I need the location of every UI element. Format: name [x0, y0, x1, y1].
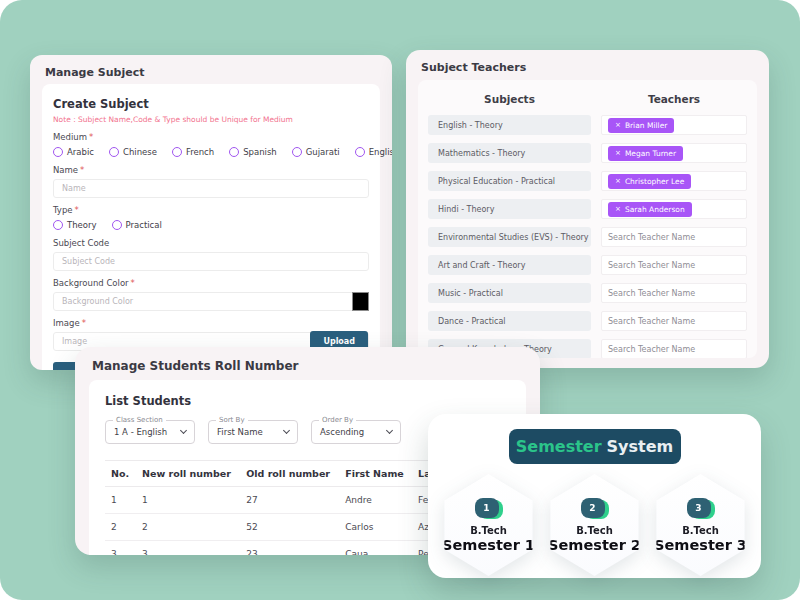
class-section-label: Class Section: [113, 416, 166, 424]
background-color-label: Background Color*: [53, 278, 369, 288]
col-old-roll: Old roll number: [240, 461, 339, 487]
list-students-heading: List Students: [105, 394, 510, 408]
col-no: No.: [105, 461, 136, 487]
sort-by-select[interactable]: Sort By First Name: [208, 420, 298, 444]
radio-medium-english[interactable]: English: [355, 147, 392, 157]
subject-teachers-panel: Subject Teachers Subjects Teachers Engli…: [406, 50, 769, 368]
semester-hex-row: 1 B.Tech Semester 1 2 B.Tech Semester 2 …: [428, 474, 761, 576]
subject-teacher-row: Physical Education - Practical ×Christop…: [428, 171, 747, 191]
subject-teacher-row: Hindi - Theory ×Sarah Anderson: [428, 199, 747, 219]
class-section-select[interactable]: Class Section 1 A - English: [105, 420, 195, 444]
background-color-field[interactable]: [62, 297, 360, 306]
radio-icon[interactable]: [229, 147, 239, 157]
teacher-cell: [601, 339, 747, 358]
close-icon[interactable]: ×: [615, 178, 621, 185]
subject-cell: Dance - Practical: [428, 311, 591, 331]
semester-1-card[interactable]: 1 B.Tech Semester 1: [440, 474, 538, 576]
radio-icon[interactable]: [53, 147, 63, 157]
image-field[interactable]: [62, 337, 310, 346]
teacher-tag[interactable]: ×Christopher Lee: [608, 174, 691, 189]
semester-2-card[interactable]: 2 B.Tech Semester 2: [546, 474, 644, 576]
subject-cell: Music - Practical: [428, 283, 591, 303]
teacher-search-input[interactable]: [608, 289, 740, 298]
manage-students-title: Manage Students Roll Number: [75, 347, 540, 380]
teacher-cell[interactable]: ×Megan Turner: [601, 143, 747, 163]
subject-cell: Mathematics - Theory: [428, 143, 591, 163]
background-color-field-wrap: [53, 292, 369, 311]
required-mark: *: [82, 318, 86, 328]
radio-type-theory[interactable]: Theory: [53, 220, 97, 230]
semester-number-badge: 1: [475, 498, 503, 519]
teacher-cell[interactable]: ×Brian Miller: [601, 115, 747, 135]
radio-icon[interactable]: [112, 220, 122, 230]
class-section-value: 1 A - English: [114, 427, 167, 437]
subject-code-field[interactable]: [62, 257, 360, 266]
semester-3-card[interactable]: 3 B.Tech Semester 3: [652, 474, 750, 576]
semester-number-badge: 2: [581, 498, 609, 519]
teacher-cell[interactable]: ×Sarah Anderson: [601, 199, 747, 219]
subject-teacher-row: Dance - Practical: [428, 311, 747, 331]
subject-teacher-row: Environmental Studies (EVS) - Theory: [428, 227, 747, 247]
teacher-tag[interactable]: ×Megan Turner: [608, 146, 683, 161]
col-new-roll: New roll number: [136, 461, 240, 487]
manage-subject-panel: Manage Subject Create Subject Note : Sub…: [30, 55, 392, 370]
teacher-tag[interactable]: ×Brian Miller: [608, 118, 674, 133]
radio-medium-spanish[interactable]: Spanish: [229, 147, 277, 157]
radio-icon[interactable]: [355, 147, 365, 157]
subject-teachers-title: Subject Teachers: [406, 50, 769, 81]
teacher-search-input[interactable]: [608, 317, 740, 326]
teacher-cell: [601, 255, 747, 275]
radio-icon[interactable]: [172, 147, 182, 157]
subject-teacher-row: Art and Craft - Theory: [428, 255, 747, 275]
subject-teachers-header: Subjects Teachers: [428, 86, 747, 115]
name-field[interactable]: [62, 184, 360, 193]
teacher-search-input[interactable]: [608, 345, 740, 354]
program-label: B.Tech: [682, 525, 719, 536]
close-icon[interactable]: ×: [615, 122, 621, 129]
create-subject-heading: Create Subject: [53, 97, 369, 111]
name-label: Name*: [53, 165, 369, 175]
program-label: B.Tech: [470, 525, 507, 536]
order-by-select[interactable]: Order By Ascending: [311, 420, 401, 444]
close-icon[interactable]: ×: [615, 150, 621, 157]
semester-system-card: Semester System 1 B.Tech Semester 1 2 B.…: [428, 414, 761, 578]
subject-code-field-wrap: [53, 252, 369, 271]
medium-label: Medium*: [53, 132, 369, 142]
image-label: Image*: [53, 318, 369, 328]
subject-cell: English - Theory: [428, 115, 591, 135]
chevron-down-icon: [386, 427, 393, 434]
type-label: Type*: [53, 205, 369, 215]
order-by-label: Order By: [319, 416, 356, 424]
radio-medium-chinese[interactable]: Chinese: [109, 147, 157, 157]
order-by-value: Ascending: [320, 427, 364, 437]
required-mark: *: [89, 132, 93, 142]
semester-system-heading: Semester System: [509, 429, 681, 464]
teacher-search-input[interactable]: [608, 233, 740, 242]
semester-label: Semester 1: [442, 537, 535, 553]
close-icon[interactable]: ×: [615, 206, 621, 213]
radio-medium-arabic[interactable]: Arabic: [53, 147, 94, 157]
canvas-background: Manage Subject Create Subject Note : Sub…: [0, 0, 800, 600]
teacher-tag[interactable]: ×Sarah Anderson: [608, 202, 692, 217]
chevron-down-icon: [180, 427, 187, 434]
sort-by-value: First Name: [217, 427, 263, 437]
radio-medium-gujarati[interactable]: Gujarati: [292, 147, 340, 157]
radio-icon[interactable]: [53, 220, 63, 230]
required-mark: *: [131, 278, 135, 288]
radio-type-practical[interactable]: Practical: [112, 220, 162, 230]
subject-teacher-row: Mathematics - Theory ×Megan Turner: [428, 143, 747, 163]
teacher-cell[interactable]: ×Christopher Lee: [601, 171, 747, 191]
color-swatch[interactable]: [352, 292, 369, 311]
manage-subject-title: Manage Subject: [30, 55, 392, 86]
radio-icon[interactable]: [109, 147, 119, 157]
subject-teachers-card: Subjects Teachers English - Theory ×Bria…: [418, 80, 757, 358]
unique-note: Note : Subject Name,Code & Type should b…: [53, 115, 369, 124]
radio-icon[interactable]: [292, 147, 302, 157]
semester-accent-text: Semester: [516, 437, 602, 456]
medium-radio-group: Arabic Chinese French Spanish Gujarati E…: [53, 147, 369, 157]
subject-cell: Physical Education - Practical: [428, 171, 591, 191]
radio-medium-french[interactable]: French: [172, 147, 214, 157]
subject-cell: Environmental Studies (EVS) - Theory: [428, 227, 591, 247]
teacher-search-input[interactable]: [608, 261, 740, 270]
semester-number-badge: 3: [687, 498, 715, 519]
